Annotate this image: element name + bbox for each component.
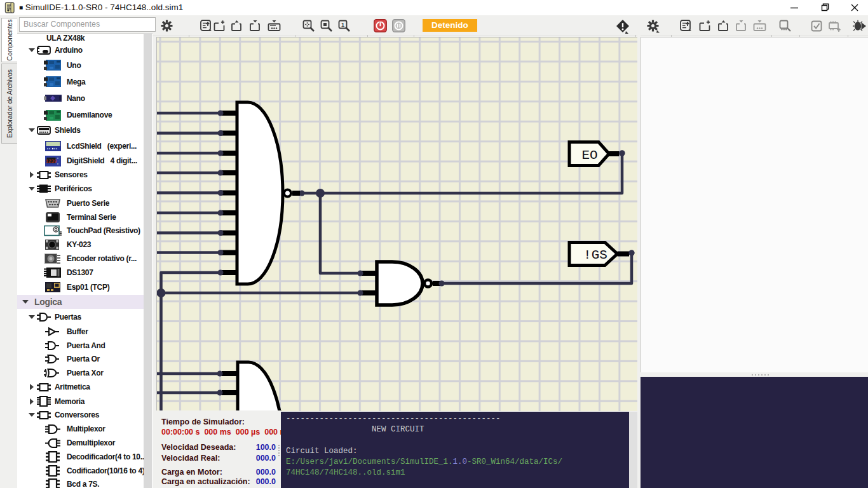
svg-text:EO: EO [581,148,597,163]
svg-text:!GS: !GS [583,248,607,262]
svg-text:1: 1 [341,22,344,28]
